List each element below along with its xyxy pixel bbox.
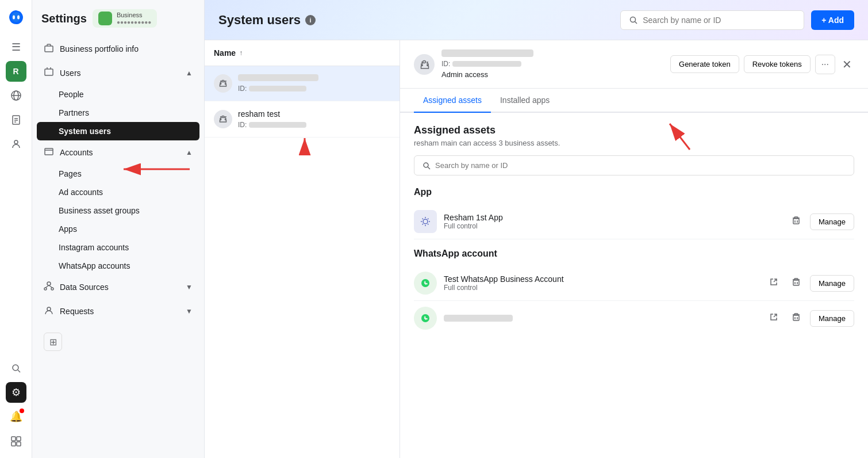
clipboard-icon[interactable] (6, 109, 26, 130)
close-detail-button[interactable]: ✕ (840, 55, 854, 74)
sidebar-item-system-users[interactable]: System users (37, 122, 199, 140)
sidebar-item-business-asset-groups[interactable]: Business asset groups (32, 201, 204, 220)
svg-rect-17 (45, 69, 53, 75)
main-area: System users i + Add Name ↑ (205, 0, 868, 458)
svg-point-31 (222, 116, 224, 118)
tab-assigned-assets[interactable]: Assigned assets (414, 89, 491, 113)
svg-rect-15 (17, 442, 21, 446)
sidebar-item-ad-accounts[interactable]: Ad accounts (32, 183, 204, 201)
search-bottom-icon[interactable] (6, 358, 26, 379)
svg-rect-13 (17, 437, 21, 441)
account-badge-name: Business●●●●●●●●●● (117, 12, 151, 25)
manage-whatsapp-2-button[interactable]: Manage (810, 310, 854, 327)
whatsapp-asset-name-1: Test WhatsApp Business Account (444, 274, 758, 284)
info-icon[interactable]: i (305, 15, 316, 25)
bell-icon[interactable]: 🔔 (6, 406, 26, 427)
svg-rect-46 (793, 315, 799, 320)
add-button[interactable]: + Add (811, 10, 854, 30)
sidebar-item-whatsapp-accounts[interactable]: WhatsApp accounts (32, 257, 204, 275)
sidebar-item-accounts[interactable]: Accounts ▲ (32, 140, 204, 165)
sidebar-item-requests[interactable]: Requests ▼ (32, 299, 204, 323)
svg-rect-20 (45, 148, 53, 155)
app-asset-info: Resham 1st App Full control (444, 213, 780, 230)
svg-rect-16 (45, 46, 53, 52)
briefcase-icon (44, 43, 54, 55)
bottom-panel-icon[interactable]: ⊞ (44, 333, 62, 351)
revoke-tokens-button[interactable]: Revoke tokens (744, 55, 811, 73)
tab-installed-apps[interactable]: Installed apps (491, 89, 559, 113)
settings-icon[interactable]: ⚙ (6, 382, 26, 403)
svg-line-25 (45, 285, 49, 288)
name-column-header: Name (214, 48, 236, 58)
top-bar-right: + Add (620, 10, 854, 30)
user-info-1: ID: (238, 74, 390, 93)
svg-line-34 (428, 167, 430, 169)
sidebar-label-users: Users (60, 68, 81, 78)
assets-search-input[interactable] (435, 161, 846, 170)
delete-whatsapp-2-button[interactable] (787, 310, 805, 326)
manage-app-button[interactable]: Manage (810, 213, 854, 230)
requests-icon (44, 305, 54, 318)
data-sources-icon (44, 281, 54, 293)
more-options-button[interactable]: ··· (815, 55, 835, 74)
sidebar-item-users[interactable]: Users ▲ (32, 61, 204, 85)
table-row[interactable]: ID: (205, 66, 400, 101)
sidebar: Settings Business●●●●●●●●●● Business por… (32, 0, 205, 458)
globe-icon[interactable] (6, 85, 26, 106)
detail-id-blurred (452, 61, 521, 67)
sidebar-item-apps[interactable]: Apps (32, 220, 204, 238)
user-avatar-r[interactable]: R (6, 61, 26, 82)
svg-point-9 (14, 140, 18, 144)
table-row[interactable]: resham test ID: (205, 101, 400, 138)
svg-rect-41 (793, 280, 799, 285)
sidebar-item-partners[interactable]: Partners (32, 104, 204, 122)
generate-token-button[interactable]: Generate token (670, 55, 739, 73)
hamburger-menu-icon[interactable]: ☰ (6, 37, 26, 58)
sidebar-item-people[interactable]: People (32, 85, 204, 104)
whatsapp-asset-name-blurred-2 (444, 315, 513, 322)
bottom-icon[interactable] (6, 430, 26, 451)
sidebar-item-pages[interactable]: Pages (32, 165, 204, 183)
notification-badge (20, 409, 24, 413)
assets-title: Assigned assets (414, 124, 854, 136)
app-category-label: App (414, 187, 854, 197)
group-icon[interactable] (6, 133, 26, 154)
svg-point-0 (13, 16, 15, 20)
app-asset-actions: Manage (787, 213, 854, 230)
user-id-row-1: ID: (238, 85, 390, 93)
assets-search-icon (423, 162, 431, 170)
svg-point-28 (631, 17, 636, 22)
sort-icon[interactable]: ↑ (239, 49, 243, 57)
sidebar-label-data-sources: Data Sources (60, 283, 109, 292)
whatsapp-asset-info-2 (444, 315, 758, 322)
whatsapp-asset-actions-1: Manage (765, 275, 854, 292)
sidebar-item-data-sources[interactable]: Data Sources ▼ (32, 275, 204, 299)
detail-actions: Generate token Revoke tokens ··· ✕ (670, 55, 854, 74)
delete-app-button[interactable] (787, 213, 805, 230)
users-chevron-icon: ▲ (186, 69, 193, 77)
svg-rect-36 (793, 219, 799, 224)
external-link-2-button[interactable] (765, 311, 782, 326)
page-title: System users (218, 13, 301, 28)
svg-point-22 (47, 282, 51, 285)
delete-whatsapp-1-button[interactable] (787, 275, 805, 291)
whatsapp-icon-2 (414, 307, 437, 330)
svg-point-33 (424, 163, 428, 167)
whatsapp-asset-info-1: Test WhatsApp Business Account Full cont… (444, 274, 758, 292)
assets-section: Assigned assets resham main can access 3… (400, 113, 868, 347)
external-link-1-button[interactable] (765, 276, 782, 291)
assets-search-box (414, 155, 854, 175)
main-search-input[interactable] (643, 16, 796, 25)
account-green-dot (98, 12, 112, 25)
detail-user-avatar (414, 54, 435, 75)
svg-point-1 (17, 16, 20, 20)
svg-point-23 (44, 288, 47, 290)
icon-rail: ☰ R ⚙ 🔔 (0, 0, 32, 458)
account-badge: Business●●●●●●●●●● (93, 9, 157, 28)
app-asset-name: Resham 1st App (444, 213, 780, 222)
manage-whatsapp-1-button[interactable]: Manage (810, 275, 854, 292)
sidebar-item-business-portfolio-info[interactable]: Business portfolio info (32, 37, 204, 61)
top-bar-left: System users i (218, 13, 316, 28)
detail-user-info: ID: Admin access (441, 49, 663, 79)
sidebar-item-instagram-accounts[interactable]: Instagram accounts (32, 238, 204, 257)
